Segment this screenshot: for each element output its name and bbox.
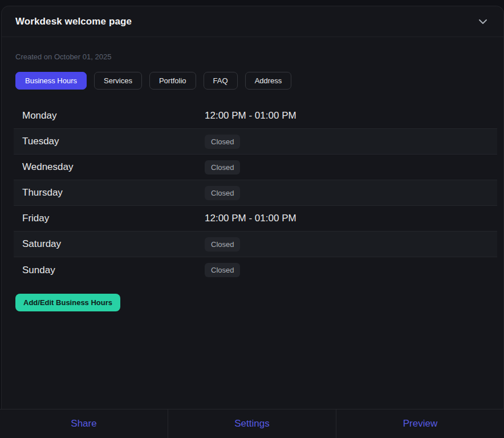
- page-title: Workdesk welcome page: [15, 16, 132, 27]
- day-label: Wednesday: [14, 161, 205, 173]
- section-tabs: Business Hours Services Portfolio FAQ Ad…: [15, 72, 490, 90]
- table-row-sunday: Sunday Closed: [14, 257, 497, 283]
- table-row-monday: Monday 12:00 PM - 01:00 PM: [14, 103, 497, 129]
- share-button[interactable]: Share: [0, 409, 168, 438]
- day-label: Monday: [14, 110, 205, 121]
- table-row-tuesday: Tuesday Closed: [14, 129, 497, 155]
- tab-services[interactable]: Services: [94, 72, 142, 90]
- chevron-down-icon: [478, 17, 487, 27]
- collapse-button[interactable]: [476, 14, 490, 29]
- hours-value: 12:00 PM - 01:00 PM: [205, 110, 296, 121]
- share-label: Share: [71, 418, 96, 429]
- tab-faq[interactable]: FAQ: [204, 72, 238, 90]
- footer-action-bar: Share Settings Preview: [0, 409, 504, 438]
- table-row-thursday: Thursday Closed: [14, 180, 497, 206]
- day-label: Tuesday: [14, 136, 205, 147]
- business-hours-table: Monday 12:00 PM - 01:00 PM Tuesday Close…: [14, 103, 497, 283]
- table-row-wednesday: Wednesday Closed: [14, 155, 497, 180]
- created-date-text: Created on October 01, 2025: [15, 52, 490, 61]
- card-header: Workdesk welcome page: [2, 6, 503, 37]
- preview-button[interactable]: Preview: [336, 409, 504, 438]
- table-row-friday: Friday 12:00 PM - 01:00 PM: [14, 206, 497, 232]
- tab-portfolio[interactable]: Portfolio: [149, 72, 196, 90]
- closed-badge: Closed: [205, 135, 240, 149]
- day-label: Sunday: [14, 265, 205, 276]
- day-label: Saturday: [14, 238, 205, 250]
- day-label: Friday: [14, 213, 205, 224]
- closed-badge: Closed: [205, 237, 240, 252]
- closed-badge: Closed: [205, 263, 240, 277]
- closed-badge: Closed: [205, 160, 240, 175]
- card-content: Created on October 01, 2025 Business Hou…: [2, 52, 503, 311]
- workdesk-card: Workdesk welcome page Created on October…: [1, 6, 504, 438]
- day-label: Thursday: [14, 187, 205, 198]
- hours-value: 12:00 PM - 01:00 PM: [205, 213, 296, 224]
- preview-label: Preview: [403, 418, 437, 429]
- add-edit-business-hours-button[interactable]: Add/Edit Business Hours: [15, 294, 120, 311]
- closed-badge: Closed: [205, 186, 240, 200]
- table-row-saturday: Saturday Closed: [14, 232, 497, 257]
- tab-address[interactable]: Address: [245, 72, 292, 90]
- settings-label: Settings: [234, 418, 269, 429]
- settings-button[interactable]: Settings: [168, 409, 336, 438]
- tab-business-hours[interactable]: Business Hours: [15, 72, 87, 90]
